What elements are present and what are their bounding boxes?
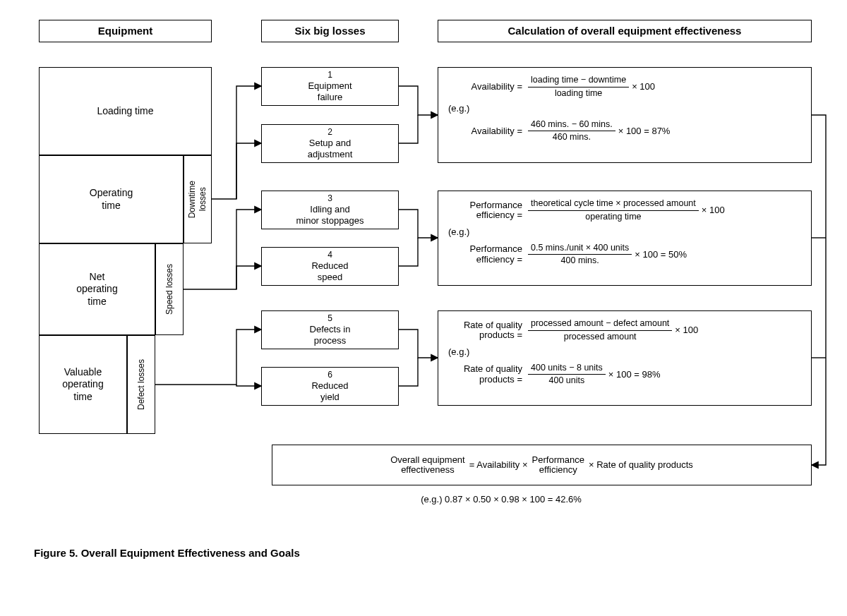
calc-availability: Availability = loading time − downtimelo… xyxy=(438,67,812,163)
calc1-tail1: × 100 xyxy=(632,81,655,92)
calc3-tail2: × 100 = 98% xyxy=(608,369,661,380)
calc2-tail1: × 100 xyxy=(702,205,725,216)
calc2-f2top: 0.5 mins./unit × 400 units xyxy=(528,243,632,255)
loss-3-idling: 3 Idling and minor stoppages xyxy=(261,191,399,229)
calc3-eg: (e.g.) xyxy=(448,346,469,358)
loss-5-defects: 5 Defects in process xyxy=(261,310,399,349)
loss-6-label: Reduced yield xyxy=(311,380,348,404)
calc2-lhs: Performance efficiency = xyxy=(448,200,522,221)
calc1-lhs2: Availability = xyxy=(448,126,522,137)
oee-eq: = Availability × xyxy=(469,459,528,471)
oee-mid: Performance efficiency xyxy=(532,455,584,476)
oee-lhs: Overall equipment effectiveness xyxy=(390,455,465,476)
oee-tail: × Rate of quality products xyxy=(589,459,693,471)
calc3-lhs2: Rate of quality products = xyxy=(448,364,522,385)
label-defect-losses: Defect losses xyxy=(127,335,155,434)
calc1-eg: (e.g.) xyxy=(448,103,469,114)
loss-2-setup-adjustment: 2 Setup and adjustment xyxy=(261,124,399,163)
calc1-f2bot: 460 mins. xyxy=(528,131,615,143)
calc2-f1bot: operating time xyxy=(528,211,699,223)
label-speed-losses-text: Speed losses xyxy=(164,264,175,315)
block-operating-time: Operating time xyxy=(39,155,184,243)
label-speed-losses: Speed losses xyxy=(155,243,184,335)
calc1-lhs: Availability = xyxy=(448,81,522,92)
calc-quality: Rate of quality products = processed amo… xyxy=(438,310,812,406)
label-downtime-losses: Downtime losses xyxy=(184,155,212,243)
loss-1-equipment-failure: 1 Equipment failure xyxy=(261,67,399,106)
calc2-eg: (e.g.) xyxy=(448,227,469,238)
loss-1-num: 1 xyxy=(328,70,332,80)
figure-caption: Figure 5. Overall Equipment Effectivenes… xyxy=(34,547,300,559)
loss-4-num: 4 xyxy=(328,250,332,260)
loss-5-num: 5 xyxy=(328,313,332,324)
calc1-f1bot: loading time xyxy=(528,87,629,99)
calc3-lhs: Rate of quality products = xyxy=(448,320,522,341)
calc3-f1top: processed amount − defect amount xyxy=(528,318,672,331)
loss-2-num: 2 xyxy=(328,127,332,138)
calc1-f1top: loading time − downtime xyxy=(528,75,629,87)
loss-3-label: Idling and minor stoppages xyxy=(296,204,364,227)
calc3-f2top: 400 units − 8 units xyxy=(528,363,606,375)
label-defect-losses-text: Defect losses xyxy=(136,359,147,410)
header-equipment: Equipment xyxy=(39,20,212,42)
calc3-f2bot: 400 units xyxy=(528,375,606,387)
calc2-f1top: theoretical cycle time × processed amoun… xyxy=(528,198,699,211)
oee-example: (e.g.) 0.87 × 0.50 × 0.98 × 100 = 42.6% xyxy=(353,494,649,505)
header-calc: Calculation of overall equipment effecti… xyxy=(438,20,812,42)
loss-6-num: 6 xyxy=(328,370,332,380)
calc-performance: Performance efficiency = theoretical cyc… xyxy=(438,191,812,286)
loss-4-label: Reduced speed xyxy=(311,260,348,284)
block-net-operating-time: Net operating time xyxy=(39,243,155,335)
loss-1-label: Equipment failure xyxy=(308,80,352,104)
block-valuable-operating-time: Valuable operating time xyxy=(39,335,127,434)
calc3-f1bot: processed amount xyxy=(528,331,672,343)
calc2-lhs2: Performance efficiency = xyxy=(448,244,522,265)
calc1-tail2: × 100 = 87% xyxy=(618,126,671,137)
calc2-tail2: × 100 = 50% xyxy=(635,249,687,260)
calc2-f2bot: 400 mins. xyxy=(528,255,632,267)
label-downtime-losses-text: Downtime losses xyxy=(187,181,208,218)
diagram-page: Equipment Six big losses Calculation of … xyxy=(0,0,847,616)
loss-6-reduced-yield: 6 Reduced yield xyxy=(261,367,399,406)
header-losses: Six big losses xyxy=(261,20,399,42)
loss-2-label: Setup and adjustment xyxy=(308,138,353,161)
block-loading-time: Loading time xyxy=(39,67,212,155)
loss-4-reduced-speed: 4 Reduced speed xyxy=(261,247,399,286)
calc1-f2top: 460 mins. − 60 mins. xyxy=(528,119,615,132)
calc-oee: Overall equipment effectiveness = Availa… xyxy=(272,445,812,485)
calc3-tail1: × 100 xyxy=(675,325,698,336)
loss-3-num: 3 xyxy=(328,193,332,204)
loss-5-label: Defects in process xyxy=(310,324,351,347)
